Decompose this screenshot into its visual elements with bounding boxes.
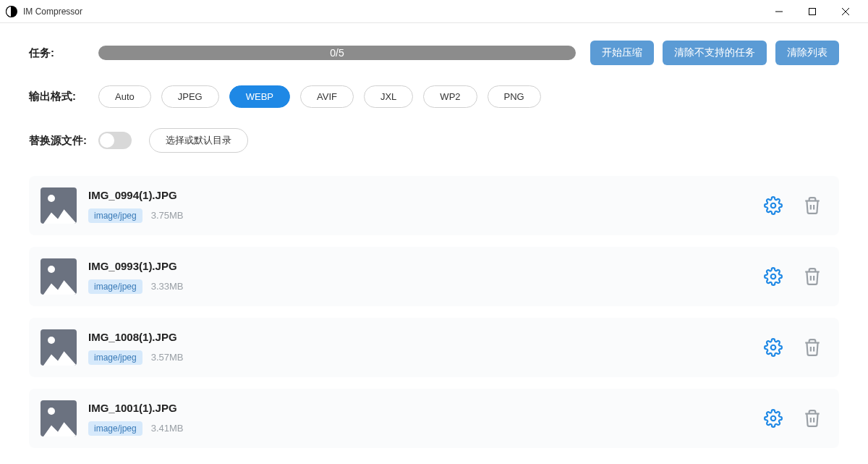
file-size: 3.57MB (151, 352, 184, 363)
format-option-auto[interactable]: Auto (98, 85, 151, 108)
app-title: IM Compressor (23, 7, 762, 17)
format-option-png[interactable]: PNG (488, 85, 541, 108)
file-meta: image/jpeg3.75MB (88, 208, 764, 223)
image-icon (41, 187, 77, 224)
file-actions (764, 267, 822, 286)
window-controls (762, 0, 862, 23)
task-row: 任务: 0/5 开始压缩 清除不支持的任务 清除列表 (29, 41, 839, 65)
format-row: 输出格式: AutoJPEGWEBPAVIFJXLWP2PNG (29, 85, 839, 108)
file-item: IMG_1001(1).JPGimage/jpeg3.41MB (29, 389, 839, 448)
file-info: IMG_0993(1).JPGimage/jpeg3.33MB (88, 260, 764, 294)
svg-point-5 (771, 274, 776, 279)
file-meta: image/jpeg3.41MB (88, 421, 764, 436)
format-group: AutoJPEGWEBPAVIFJXLWP2PNG (98, 85, 541, 108)
file-actions (764, 338, 822, 357)
clear-list-button[interactable]: 清除列表 (775, 41, 839, 65)
start-compress-button[interactable]: 开始压缩 (590, 41, 654, 65)
delete-icon[interactable] (803, 409, 822, 428)
image-icon (41, 400, 77, 436)
app-icon (6, 6, 17, 17)
delete-icon[interactable] (803, 338, 822, 357)
file-name: IMG_1001(1).JPG (88, 402, 764, 414)
format-option-wp2[interactable]: WP2 (423, 85, 477, 108)
svg-rect-1 (809, 8, 816, 14)
file-size: 3.33MB (151, 281, 184, 292)
progress-text: 0/5 (330, 47, 344, 59)
task-label: 任务: (29, 46, 98, 60)
format-label: 输出格式: (29, 90, 98, 104)
file-info: IMG_1001(1).JPGimage/jpeg3.41MB (88, 402, 764, 436)
replace-row: 替换源文件: 选择或默认目录 (29, 128, 839, 153)
format-option-jxl[interactable]: JXL (364, 85, 413, 108)
clear-unsupported-button[interactable]: 清除不支持的任务 (663, 41, 767, 65)
choose-dir-button[interactable]: 选择或默认目录 (149, 128, 248, 153)
svg-point-7 (771, 416, 776, 421)
file-info: IMG_1008(1).JPGimage/jpeg3.57MB (88, 331, 764, 365)
mime-badge: image/jpeg (88, 279, 142, 294)
file-info: IMG_0994(1).JPGimage/jpeg3.75MB (88, 189, 764, 223)
file-name: IMG_0994(1).JPG (88, 189, 764, 201)
file-list: IMG_0994(1).JPGimage/jpeg3.75MBIMG_0993(… (29, 176, 839, 448)
file-actions (764, 409, 822, 428)
file-item: IMG_1008(1).JPGimage/jpeg3.57MB (29, 318, 839, 377)
image-icon (41, 329, 77, 366)
settings-icon[interactable] (764, 338, 783, 357)
maximize-button[interactable] (796, 0, 829, 23)
file-item: IMG_0994(1).JPGimage/jpeg3.75MB (29, 176, 839, 235)
settings-icon[interactable] (764, 196, 783, 215)
mime-badge: image/jpeg (88, 208, 142, 223)
file-size: 3.75MB (151, 210, 184, 221)
file-name: IMG_0993(1).JPG (88, 260, 764, 272)
main-content: 任务: 0/5 开始压缩 清除不支持的任务 清除列表 输出格式: AutoJPE… (0, 23, 868, 464)
minimize-button[interactable] (762, 0, 796, 23)
mime-badge: image/jpeg (88, 421, 142, 436)
progress-wrap: 0/5 (98, 46, 576, 60)
close-button[interactable] (829, 0, 862, 23)
settings-icon[interactable] (764, 267, 783, 286)
image-icon (41, 258, 77, 295)
svg-point-4 (771, 203, 776, 208)
settings-icon[interactable] (764, 409, 783, 428)
replace-label: 替换源文件: (29, 134, 98, 148)
format-option-webp[interactable]: WEBP (229, 85, 290, 108)
format-option-jpeg[interactable]: JPEG (161, 85, 219, 108)
delete-icon[interactable] (803, 196, 822, 215)
format-option-avif[interactable]: AVIF (300, 85, 354, 108)
file-actions (764, 196, 822, 215)
mime-badge: image/jpeg (88, 350, 142, 365)
replace-source-toggle[interactable] (98, 132, 132, 149)
top-actions: 开始压缩 清除不支持的任务 清除列表 (590, 41, 839, 65)
svg-point-6 (771, 345, 776, 350)
progress-bar: 0/5 (98, 46, 576, 60)
file-item: IMG_0993(1).JPGimage/jpeg3.33MB (29, 247, 839, 306)
file-meta: image/jpeg3.57MB (88, 350, 764, 365)
file-meta: image/jpeg3.33MB (88, 279, 764, 294)
delete-icon[interactable] (803, 267, 822, 286)
file-size: 3.41MB (151, 423, 184, 434)
file-name: IMG_1008(1).JPG (88, 331, 764, 343)
titlebar: IM Compressor (0, 0, 868, 23)
